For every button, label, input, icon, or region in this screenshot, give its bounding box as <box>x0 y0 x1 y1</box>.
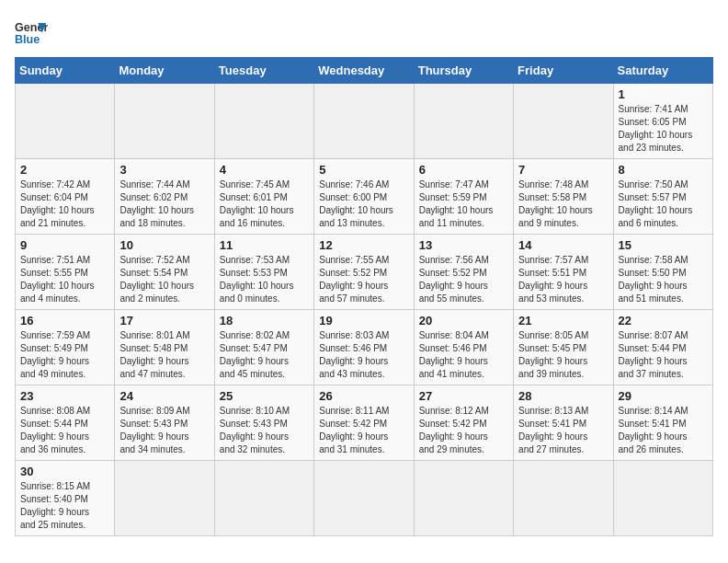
day-cell: 23Sunrise: 8:08 AM Sunset: 5:44 PM Dayli… <box>16 385 115 461</box>
day-cell: 30Sunrise: 8:15 AM Sunset: 5:40 PM Dayli… <box>16 461 115 536</box>
day-info: Sunrise: 8:01 AM Sunset: 5:48 PM Dayligh… <box>119 329 209 381</box>
day-info: Sunrise: 7:45 AM Sunset: 6:01 PM Dayligh… <box>220 178 309 230</box>
day-info: Sunrise: 7:58 AM Sunset: 5:50 PM Dayligh… <box>619 254 708 305</box>
day-number: 21 <box>518 314 608 327</box>
week-row-0: 1Sunrise: 7:41 AM Sunset: 6:05 PM Daylig… <box>16 84 713 159</box>
col-header-friday: Friday <box>514 58 613 84</box>
day-info: Sunrise: 8:04 AM Sunset: 5:46 PM Dayligh… <box>419 329 508 381</box>
day-number: 29 <box>619 389 708 403</box>
day-cell: 29Sunrise: 8:14 AM Sunset: 5:41 PM Dayli… <box>613 385 712 461</box>
day-number: 8 <box>619 163 708 177</box>
day-info: Sunrise: 8:15 AM Sunset: 5:40 PM Dayligh… <box>20 480 109 532</box>
calendar-header-row: SundayMondayTuesdayWednesdayThursdayFrid… <box>16 58 713 84</box>
day-info: Sunrise: 7:42 AM Sunset: 6:04 PM Dayligh… <box>20 178 109 230</box>
day-cell <box>314 84 414 159</box>
day-number: 3 <box>119 163 209 177</box>
day-number: 1 <box>619 87 708 101</box>
day-number: 15 <box>619 238 708 252</box>
day-number: 23 <box>20 389 109 403</box>
day-info: Sunrise: 8:08 AM Sunset: 5:44 PM Dayligh… <box>20 405 109 456</box>
day-number: 19 <box>319 314 408 327</box>
day-cell: 3Sunrise: 7:44 AM Sunset: 6:02 PM Daylig… <box>115 159 214 235</box>
day-info: Sunrise: 7:44 AM Sunset: 6:02 PM Dayligh… <box>119 178 209 230</box>
day-info: Sunrise: 8:11 AM Sunset: 5:42 PM Dayligh… <box>319 405 408 456</box>
day-cell <box>514 461 613 536</box>
col-header-saturday: Saturday <box>613 58 712 84</box>
day-info: Sunrise: 8:05 AM Sunset: 5:45 PM Dayligh… <box>518 329 608 381</box>
day-cell: 7Sunrise: 7:48 AM Sunset: 5:58 PM Daylig… <box>514 159 613 235</box>
day-info: Sunrise: 8:12 AM Sunset: 5:42 PM Dayligh… <box>419 405 508 456</box>
day-info: Sunrise: 8:14 AM Sunset: 5:41 PM Dayligh… <box>619 405 708 456</box>
day-cell: 15Sunrise: 7:58 AM Sunset: 5:50 PM Dayli… <box>613 235 712 310</box>
day-number: 10 <box>119 238 209 252</box>
day-cell: 8Sunrise: 7:50 AM Sunset: 5:57 PM Daylig… <box>613 159 712 235</box>
day-info: Sunrise: 7:59 AM Sunset: 5:49 PM Dayligh… <box>20 329 109 381</box>
day-number: 24 <box>119 389 209 403</box>
day-info: Sunrise: 7:51 AM Sunset: 5:55 PM Dayligh… <box>20 254 109 305</box>
day-cell <box>414 461 513 536</box>
day-info: Sunrise: 7:56 AM Sunset: 5:52 PM Dayligh… <box>419 254 508 305</box>
svg-text:Blue: Blue <box>15 33 40 46</box>
header: General Blue <box>15 15 713 48</box>
day-cell <box>314 461 414 536</box>
day-number: 25 <box>220 389 309 403</box>
day-number: 6 <box>419 163 508 177</box>
logo: General Blue <box>15 15 51 48</box>
day-number: 20 <box>419 314 508 327</box>
day-info: Sunrise: 8:10 AM Sunset: 5:43 PM Dayligh… <box>220 405 309 456</box>
day-cell <box>514 84 613 159</box>
day-cell: 2Sunrise: 7:42 AM Sunset: 6:04 PM Daylig… <box>16 159 115 235</box>
day-cell: 27Sunrise: 8:12 AM Sunset: 5:42 PM Dayli… <box>414 385 513 461</box>
day-cell: 11Sunrise: 7:53 AM Sunset: 5:53 PM Dayli… <box>214 235 313 310</box>
day-cell: 28Sunrise: 8:13 AM Sunset: 5:41 PM Dayli… <box>514 385 613 461</box>
day-info: Sunrise: 7:47 AM Sunset: 5:59 PM Dayligh… <box>419 178 508 230</box>
col-header-sunday: Sunday <box>16 58 115 84</box>
day-cell: 4Sunrise: 7:45 AM Sunset: 6:01 PM Daylig… <box>214 159 313 235</box>
day-cell: 16Sunrise: 7:59 AM Sunset: 5:49 PM Dayli… <box>16 310 115 385</box>
day-number: 7 <box>518 163 608 177</box>
logo-icon: General Blue <box>15 15 48 48</box>
day-number: 28 <box>518 389 608 403</box>
day-number: 14 <box>518 238 608 252</box>
day-cell: 18Sunrise: 8:02 AM Sunset: 5:47 PM Dayli… <box>214 310 313 385</box>
day-cell <box>414 84 513 159</box>
day-info: Sunrise: 8:03 AM Sunset: 5:46 PM Dayligh… <box>319 329 408 381</box>
day-number: 5 <box>319 163 408 177</box>
day-cell: 22Sunrise: 8:07 AM Sunset: 5:44 PM Dayli… <box>613 310 712 385</box>
day-number: 9 <box>20 238 109 252</box>
day-cell: 9Sunrise: 7:51 AM Sunset: 5:55 PM Daylig… <box>16 235 115 310</box>
day-cell: 20Sunrise: 8:04 AM Sunset: 5:46 PM Dayli… <box>414 310 513 385</box>
day-number: 22 <box>619 314 708 327</box>
col-header-tuesday: Tuesday <box>214 58 313 84</box>
day-info: Sunrise: 7:57 AM Sunset: 5:51 PM Dayligh… <box>518 254 608 305</box>
day-number: 11 <box>220 238 309 252</box>
week-row-2: 9Sunrise: 7:51 AM Sunset: 5:55 PM Daylig… <box>16 235 713 310</box>
day-cell: 25Sunrise: 8:10 AM Sunset: 5:43 PM Dayli… <box>214 385 313 461</box>
day-info: Sunrise: 7:55 AM Sunset: 5:52 PM Dayligh… <box>319 254 408 305</box>
day-cell: 12Sunrise: 7:55 AM Sunset: 5:52 PM Dayli… <box>314 235 414 310</box>
day-cell <box>214 84 313 159</box>
day-info: Sunrise: 7:48 AM Sunset: 5:58 PM Dayligh… <box>518 178 608 230</box>
day-info: Sunrise: 7:41 AM Sunset: 6:05 PM Dayligh… <box>619 103 708 155</box>
day-info: Sunrise: 7:53 AM Sunset: 5:53 PM Dayligh… <box>220 254 309 305</box>
day-cell <box>16 84 115 159</box>
day-number: 12 <box>319 238 408 252</box>
day-number: 16 <box>20 314 109 327</box>
day-number: 2 <box>20 163 109 177</box>
day-number: 13 <box>419 238 508 252</box>
day-cell: 6Sunrise: 7:47 AM Sunset: 5:59 PM Daylig… <box>414 159 513 235</box>
day-info: Sunrise: 8:02 AM Sunset: 5:47 PM Dayligh… <box>220 329 309 381</box>
day-cell <box>115 461 214 536</box>
day-info: Sunrise: 8:07 AM Sunset: 5:44 PM Dayligh… <box>619 329 708 381</box>
day-cell: 14Sunrise: 7:57 AM Sunset: 5:51 PM Dayli… <box>514 235 613 310</box>
day-info: Sunrise: 7:52 AM Sunset: 5:54 PM Dayligh… <box>119 254 209 305</box>
day-cell <box>115 84 214 159</box>
col-header-wednesday: Wednesday <box>314 58 414 84</box>
day-number: 4 <box>220 163 309 177</box>
day-cell: 10Sunrise: 7:52 AM Sunset: 5:54 PM Dayli… <box>115 235 214 310</box>
week-row-4: 23Sunrise: 8:08 AM Sunset: 5:44 PM Dayli… <box>16 385 713 461</box>
week-row-1: 2Sunrise: 7:42 AM Sunset: 6:04 PM Daylig… <box>16 159 713 235</box>
day-info: Sunrise: 7:46 AM Sunset: 6:00 PM Dayligh… <box>319 178 408 230</box>
col-header-thursday: Thursday <box>414 58 513 84</box>
calendar-table: SundayMondayTuesdayWednesdayThursdayFrid… <box>15 57 713 536</box>
